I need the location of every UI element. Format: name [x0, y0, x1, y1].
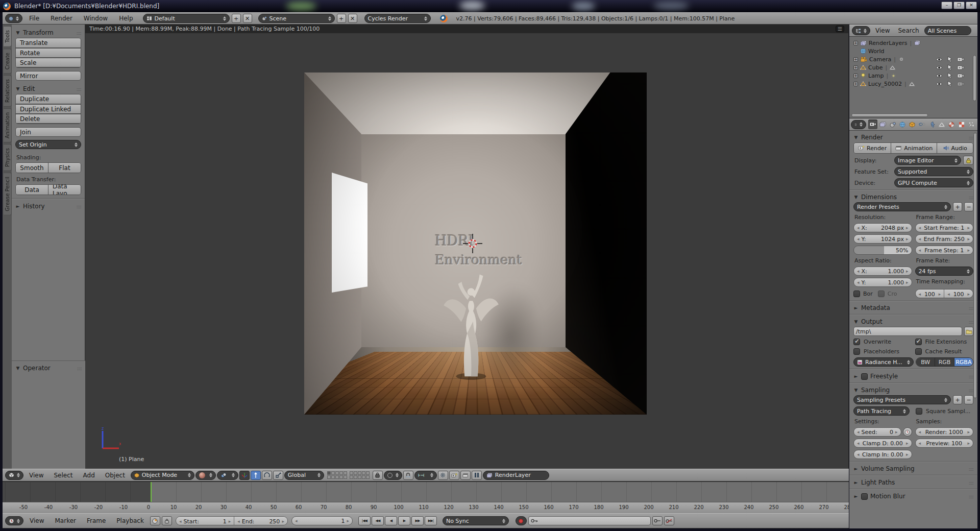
selectability-cursor-icon[interactable] — [947, 73, 952, 79]
selectability-cursor-icon[interactable] — [947, 81, 952, 87]
add-scene-button[interactable]: + — [337, 14, 346, 23]
tab-particles[interactable] — [967, 119, 976, 129]
previous-keyframe-button[interactable]: ◀◀ — [372, 516, 384, 525]
next-keyframe-button[interactable]: ▶▶ — [411, 516, 424, 525]
editor-type-selector[interactable] — [852, 26, 870, 35]
screen-layout-selector[interactable]: Default — [143, 14, 230, 23]
remap-new-field[interactable]: ◂100▸ — [944, 289, 973, 298]
tab-world[interactable] — [898, 119, 907, 129]
menu-view[interactable]: View — [25, 517, 48, 524]
expand-icon[interactable]: + — [853, 74, 858, 78]
outliner-row-lucy[interactable]: + Lucy_50002 | — [849, 80, 977, 88]
play-reverse-button[interactable]: ◀ — [385, 516, 397, 525]
timeline-ruler[interactable]: -50-40-30-20-100102030405060708090100110… — [3, 502, 849, 513]
menu-frame[interactable]: Frame — [82, 517, 110, 524]
motion-blur-panel-header[interactable]: ► Motion Blur :::: — [853, 491, 973, 501]
render-animation-button[interactable]: Animation — [891, 143, 937, 153]
frame-rate-selector[interactable]: 24 fps — [915, 267, 974, 276]
freestyle-panel-header[interactable]: ► Freestyle :::: — [853, 371, 973, 381]
sync-mode-selector[interactable]: No Sync — [443, 516, 509, 525]
overwrite-checkbox[interactable]: Overwrite — [853, 338, 912, 346]
tab-texture[interactable] — [957, 119, 966, 129]
menu-marker[interactable]: Marker — [50, 517, 80, 524]
integrator-selector[interactable]: Path Tracing — [853, 406, 910, 416]
motion-blur-checkbox[interactable] — [861, 493, 868, 500]
keying-set-field[interactable] — [528, 516, 651, 525]
auto-keyframe-record-button[interactable] — [516, 516, 527, 525]
toolshelf-tab-physics[interactable]: Physics — [4, 144, 12, 171]
outliner-row-camera[interactable]: + Camera | — [849, 55, 977, 63]
time-indicator-icon[interactable] — [150, 516, 160, 525]
outliner-horizontal-scrollbar[interactable] — [851, 113, 928, 117]
render-engine-selector[interactable]: Cycles Render — [364, 14, 431, 23]
snap-peel-icon[interactable] — [438, 471, 448, 480]
jump-to-end-button[interactable]: ▶▶| — [425, 516, 437, 525]
tab-constraints[interactable] — [917, 119, 926, 129]
frame-step-field[interactable]: ◂Frame Step: 1▸ — [915, 246, 974, 255]
start-frame-field[interactable]: ◂Start:1▸ — [176, 517, 234, 525]
tab-render-layers[interactable] — [878, 119, 887, 129]
tab-object-data[interactable] — [937, 119, 946, 129]
outliner-row-cube[interactable]: + Cube | — [849, 63, 977, 71]
clamp-direct-field[interactable]: ◂Clamp D: 0.00▸ — [853, 439, 912, 448]
panel-grip-icon[interactable]: :::: — [77, 366, 82, 371]
jump-to-start-button[interactable]: |◀◀ — [358, 516, 371, 525]
panel-grip-icon[interactable]: :::: — [969, 388, 973, 393]
menu-add[interactable]: Add — [79, 472, 100, 479]
render-image-button[interactable]: Render — [854, 143, 891, 153]
renderability-camera-icon[interactable] — [957, 73, 964, 78]
visibility-eye-icon[interactable] — [936, 65, 943, 70]
output-panel-header[interactable]: ▼ Output :::: — [853, 317, 973, 327]
panel-grip-icon[interactable]: :::: — [77, 204, 81, 209]
delete-keyframe-button[interactable] — [664, 516, 674, 525]
menu-view[interactable]: View — [872, 27, 893, 34]
panel-grip-icon[interactable]: :::: — [969, 466, 973, 472]
minimize-button[interactable]: – — [941, 2, 952, 9]
selectability-cursor-icon[interactable] — [947, 56, 952, 63]
manipulator-rotate-button[interactable] — [262, 471, 272, 480]
aspect-y-field[interactable]: ◂Y:1.000▸ — [853, 278, 912, 287]
lock-to-scene-icon[interactable] — [373, 471, 383, 480]
freestyle-checkbox[interactable] — [861, 373, 868, 380]
play-button[interactable]: ▶ — [398, 516, 410, 525]
collapsed-menu-icon[interactable]: ☰ — [836, 26, 844, 32]
placeholders-checkbox[interactable]: Placeholders — [853, 348, 912, 355]
end-frame-field[interactable]: ◂End:250▸ — [234, 517, 287, 525]
outliner-scope-selector[interactable]: All Scenes — [924, 26, 971, 35]
color-mode-rgba-button[interactable]: RGBA — [954, 358, 973, 366]
resolution-y-field[interactable]: ◂Y:1024 px▸ — [853, 234, 912, 244]
menu-render[interactable]: Render — [46, 15, 77, 22]
render-still-icon[interactable] — [449, 471, 459, 480]
expand-icon[interactable]: + — [853, 65, 858, 70]
border-checkbox[interactable]: Bor — [853, 290, 873, 298]
menu-window[interactable]: Window — [79, 15, 112, 22]
timeline-playhead[interactable] — [151, 482, 152, 502]
duplicate-linked-button[interactable]: Duplicate Linked — [16, 104, 81, 114]
tab-material[interactable] — [947, 119, 956, 129]
end-frame-field[interactable]: ◂End Fram: 250▸ — [915, 234, 974, 244]
transform-panel-header[interactable]: ▼ Transform :::: — [15, 28, 81, 38]
expand-icon[interactable]: + — [853, 41, 858, 45]
panel-grip-icon[interactable]: :::: — [969, 374, 973, 379]
resolution-x-field[interactable]: ◂X:2048 px▸ — [853, 223, 912, 232]
volume-sampling-panel-header[interactable]: ► Volume Sampling :::: — [853, 464, 973, 474]
tab-object[interactable] — [908, 119, 917, 129]
feature-set-selector[interactable]: Supported — [894, 167, 973, 176]
shade-flat-button[interactable]: Flat — [48, 163, 81, 173]
output-path-field[interactable]: /tmp\ — [853, 327, 962, 336]
transform-orientation-selector[interactable]: Global — [284, 471, 324, 480]
tab-modifiers[interactable] — [927, 119, 937, 129]
color-mode-bw-button[interactable]: BW — [916, 358, 935, 366]
toolshelf-tab-animation[interactable]: Animation — [4, 108, 12, 142]
editor-type-selector[interactable]: i — [5, 14, 22, 23]
panel-grip-icon[interactable]: :::: — [969, 480, 973, 486]
rotate-button[interactable]: Rotate — [16, 48, 81, 58]
file-format-selector[interactable]: Radiance H... — [853, 357, 914, 367]
aspect-x-field[interactable]: ◂X:1.000▸ — [853, 267, 912, 276]
panel-grip-icon[interactable]: :::: — [77, 30, 81, 36]
add-preset-button[interactable]: + — [953, 395, 962, 404]
render-layer-selector[interactable]: RenderLayer — [483, 471, 549, 480]
outliner-row-renderlayers[interactable]: + RenderLayers | — [849, 39, 977, 47]
panel-grip-icon[interactable]: :::: — [969, 319, 973, 325]
3d-viewport[interactable]: Tools Create Relations Animation Physics… — [3, 25, 849, 469]
